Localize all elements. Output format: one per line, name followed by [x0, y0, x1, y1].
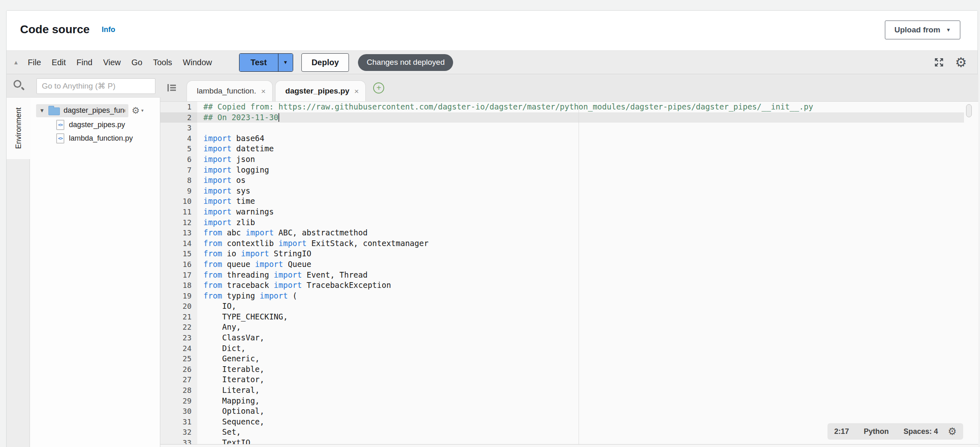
menu-item-view[interactable]: View — [103, 58, 121, 67]
line-number: 11 — [160, 207, 197, 217]
line-number: 5 — [160, 144, 197, 154]
code-line: ## On 2023-11-30 — [197, 112, 978, 123]
menubar-right-icons: ⚙ — [933, 56, 967, 69]
code-line: import logging — [197, 165, 978, 176]
line-number: 12 — [160, 217, 197, 228]
line-number: 26 — [160, 364, 197, 375]
info-link[interactable]: Info — [102, 25, 115, 34]
menu-item-tools[interactable]: Tools — [153, 58, 172, 67]
line-number: 32 — [160, 427, 197, 438]
settings-gear-icon[interactable]: ⚙ — [955, 56, 967, 69]
code-line: ## Copied from: https://raw.githubuserco… — [197, 102, 978, 112]
folder-name: dagster_pipes_funct — [64, 106, 125, 115]
indent-setting[interactable]: Spaces: 4 — [903, 427, 938, 436]
line-number: 15 — [160, 249, 197, 259]
code-line: TYPE_CHECKING, — [197, 312, 978, 322]
statusbar-gear-icon[interactable]: ⚙ — [948, 426, 957, 436]
tab-label: dagster_pipes.py — [285, 87, 349, 96]
new-tab-button[interactable]: + — [373, 82, 384, 94]
code-editor[interactable]: 1234567891011121314151617181920212223242… — [160, 102, 978, 444]
line-number: 21 — [160, 312, 197, 322]
cursor-position[interactable]: 2:17 — [834, 427, 849, 436]
line-number: 1 — [160, 102, 197, 112]
code-line: from contextlib import ExitStack, contex… — [197, 238, 978, 249]
upload-from-label: Upload from — [894, 25, 940, 34]
upload-from-button[interactable]: Upload from ▼ — [885, 21, 960, 39]
code-line: from traceback import TracebackException — [197, 280, 978, 291]
deploy-button[interactable]: Deploy — [301, 53, 349, 72]
code-text-area[interactable]: ## Copied from: https://raw.githubuserco… — [197, 102, 978, 444]
code-line: IO, — [197, 301, 978, 312]
line-number: 6 — [160, 154, 197, 165]
tree-files: <>dagster_pipes.py<>lambda_function.py — [30, 118, 160, 145]
folder-label[interactable]: ▼ dagster_pipes_funct — [36, 104, 128, 117]
line-number: 3 — [160, 123, 197, 133]
close-tab-icon[interactable]: × — [261, 87, 266, 95]
line-number: 30 — [160, 406, 197, 417]
changes-status-badge: Changes not deployed — [358, 54, 453, 71]
code-line: import sys — [197, 186, 978, 196]
code-line: import zlib — [197, 217, 978, 228]
line-number: 20 — [160, 301, 197, 312]
code-line: import os — [197, 175, 978, 186]
folder-icon — [48, 107, 60, 115]
vertical-scrollbar-thumb[interactable] — [966, 104, 972, 117]
line-number: 23 — [160, 333, 197, 343]
editor-menubar: ▲ FileEditFindViewGoToolsWindow Test ▼ D… — [7, 50, 978, 74]
line-number: 22 — [160, 322, 197, 333]
test-button[interactable]: Test — [239, 54, 278, 71]
close-tab-icon[interactable]: × — [354, 87, 359, 95]
disclosure-triangle-icon[interactable]: ▼ — [39, 107, 45, 114]
goto-anything-input[interactable] — [36, 78, 155, 94]
menu-item-edit[interactable]: Edit — [52, 58, 66, 67]
tabs: lambda_function.×dagster_pipes.py× — [187, 80, 368, 101]
code-line: Mapping, — [197, 396, 978, 406]
gear-icon: ⚙ — [132, 106, 140, 115]
line-number: 9 — [160, 186, 197, 196]
python-file-icon: <> — [56, 133, 64, 144]
fullscreen-icon[interactable] — [933, 56, 945, 68]
menu-item-go[interactable]: Go — [131, 58, 142, 67]
line-number: 31 — [160, 417, 197, 427]
code-line: Any, — [197, 322, 978, 333]
test-split-button: Test ▼ — [239, 53, 293, 72]
environment-tab[interactable]: Environment — [7, 98, 30, 159]
environment-strip: Environment — [7, 98, 30, 447]
code-line — [197, 123, 978, 133]
tree-file-row[interactable]: <>lambda_function.py — [30, 132, 160, 145]
editor-tab-lambda_function[interactable]: lambda_function.× — [187, 80, 273, 101]
line-number: 2 — [160, 112, 197, 123]
code-line: import warnings — [197, 207, 978, 217]
editor-statusbar: 2:17 Python Spaces: 4 ⚙ — [827, 423, 963, 440]
panel-header: Code source Info Upload from ▼ — [7, 11, 978, 50]
menu-item-find[interactable]: Find — [77, 58, 93, 67]
text-cursor — [278, 113, 279, 122]
page-title: Code source — [20, 23, 90, 36]
line-number: 7 — [160, 165, 197, 176]
test-dropdown-button[interactable]: ▼ — [278, 54, 293, 71]
editor-bottom-strip — [160, 445, 978, 447]
line-number: 14 — [160, 238, 197, 249]
editor-tab-dagster_pipespy[interactable]: dagster_pipes.py× — [275, 80, 366, 101]
tree-settings-button[interactable]: ⚙ ▾ — [132, 106, 144, 115]
goto-anything-row — [7, 74, 160, 98]
tree-folder-row[interactable]: ▼ dagster_pipes_funct ⚙ ▾ — [30, 103, 160, 118]
tab-bar: lambda_function.×dagster_pipes.py× + — [160, 74, 978, 102]
tree-file-row[interactable]: <>dagster_pipes.py — [30, 118, 160, 132]
line-number: 25 — [160, 353, 197, 364]
menu-item-window[interactable]: Window — [183, 58, 212, 67]
line-number: 17 — [160, 270, 197, 281]
collapse-pane-icon[interactable]: ▲ — [13, 59, 19, 66]
search-icon[interactable] — [14, 80, 21, 88]
code-line: ClassVar, — [197, 333, 978, 343]
line-number: 24 — [160, 343, 197, 354]
code-line: import time — [197, 196, 978, 207]
code-line: Optional, — [197, 406, 978, 417]
code-line: from abc import ABC, abstractmethod — [197, 228, 978, 238]
line-number-gutter: 1234567891011121314151617181920212223242… — [160, 102, 197, 444]
language-mode[interactable]: Python — [864, 427, 889, 436]
menu-item-file[interactable]: File — [28, 58, 41, 67]
tab-list-icon[interactable] — [166, 82, 178, 93]
editor-content: Environment ▼ dagster_pipes_funct ⚙ ▾ <>… — [7, 74, 978, 447]
editor-column: lambda_function.×dagster_pipes.py× + 123… — [160, 74, 978, 447]
